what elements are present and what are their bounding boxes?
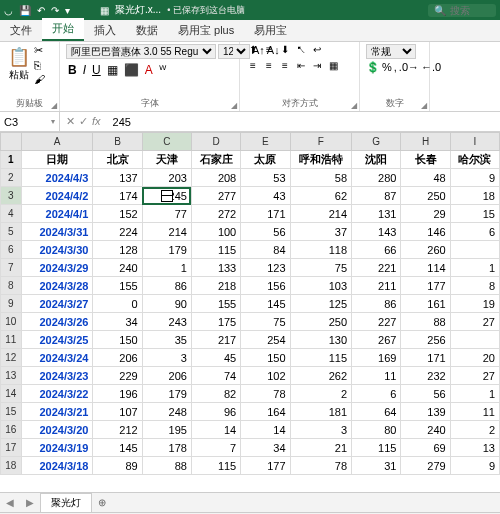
cell[interactable]: 1 [450,259,499,277]
add-sheet-button[interactable]: ⊕ [92,497,112,508]
cell[interactable]: 2 [290,385,352,403]
header-cell[interactable]: 长春 [401,151,450,169]
cell[interactable]: 152 [93,205,142,223]
cell[interactable]: 118 [290,241,352,259]
cell[interactable]: 37 [290,223,352,241]
cell[interactable]: 250 [401,187,450,205]
cell[interactable]: 43 [241,187,290,205]
cell[interactable]: 195 [142,421,191,439]
cell[interactable]: 14 [241,421,290,439]
cell[interactable]: 15 [450,205,499,223]
cell[interactable]: 181 [290,403,352,421]
cell[interactable]: 206 [93,349,142,367]
cell[interactable]: 2024/3/23 [21,367,93,385]
row-header[interactable]: 15 [1,403,22,421]
cell[interactable]: 88 [142,457,191,475]
cell[interactable]: 88 [401,313,450,331]
cancel-icon[interactable]: ✕ [66,115,75,128]
dialog-launcher-icon[interactable]: ◢ [51,101,57,110]
underline-button[interactable]: U [90,63,103,77]
cell[interactable]: 217 [191,331,240,349]
row-header[interactable]: 6 [1,241,22,259]
cell[interactable]: 131 [352,205,401,223]
cell[interactable]: 128 [93,241,142,259]
align-top-icon[interactable]: ⬆ [246,44,260,58]
cell[interactable]: 3 [142,349,191,367]
cell[interactable]: 2024/3/30 [21,241,93,259]
cell[interactable]: 175 [191,313,240,331]
orientation-icon[interactable]: ⭦ [294,44,308,58]
cell[interactable]: 2024/3/24 [21,349,93,367]
cell[interactable]: 82 [191,385,240,403]
cell[interactable]: 29 [401,205,450,223]
sheet-tab[interactable]: 聚光灯 [40,493,92,512]
cell[interactable]: 66 [352,241,401,259]
cell[interactable]: 9 [450,457,499,475]
cell[interactable]: 2024/3/28 [21,277,93,295]
cell[interactable]: 221 [352,259,401,277]
header-cell[interactable]: 日期 [21,151,93,169]
formula-input[interactable] [113,116,494,128]
cell[interactable]: 267 [352,331,401,349]
cell[interactable]: 143 [352,223,401,241]
column-header[interactable]: G [352,133,401,151]
row-header[interactable]: 13 [1,367,22,385]
row-header[interactable]: 9 [1,295,22,313]
row-header[interactable]: 12 [1,349,22,367]
align-left-icon[interactable]: ≡ [246,60,260,74]
dialog-launcher-icon[interactable]: ◢ [231,101,237,110]
cell[interactable]: 34 [93,313,142,331]
cell[interactable]: 2024/3/29 [21,259,93,277]
cell[interactable]: 212 [93,421,142,439]
cell[interactable]: 224 [93,223,142,241]
decrease-decimal-icon[interactable]: ←.0 [421,61,441,74]
column-header[interactable]: I [450,133,499,151]
cell[interactable]: 250 [290,313,352,331]
tab-eyb[interactable]: 易用宝 [244,20,297,41]
font-color-button[interactable]: A [143,63,155,77]
tab-data[interactable]: 数据 [126,20,168,41]
cell[interactable]: 2024/4/1 [21,205,93,223]
cell[interactable]: 240 [401,421,450,439]
cell[interactable] [450,241,499,259]
cell[interactable]: 229 [93,367,142,385]
cell[interactable]: 2024/3/31 [21,223,93,241]
row-header[interactable]: 7 [1,259,22,277]
tab-eyb-plus[interactable]: 易用宝 plus [168,20,244,41]
cell[interactable]: 14 [191,421,240,439]
cell[interactable]: 87 [352,187,401,205]
align-center-icon[interactable]: ≡ [262,60,276,74]
font-name-select[interactable]: 阿里巴巴普惠体 3.0 55 Regu [66,44,216,59]
header-cell[interactable]: 太原 [241,151,290,169]
cell[interactable]: 115 [352,439,401,457]
cell[interactable]: 137 [93,169,142,187]
cell[interactable]: 206 [142,367,191,385]
cell[interactable]: 34 [241,439,290,457]
cell[interactable]: 31 [352,457,401,475]
cell[interactable]: 1 [450,385,499,403]
cell[interactable]: 77 [142,205,191,223]
cell[interactable]: 78 [241,385,290,403]
cell[interactable]: 169 [352,349,401,367]
cell[interactable]: 203 [142,169,191,187]
cell[interactable]: 280 [352,169,401,187]
cell[interactable]: 155 [191,295,240,313]
cell[interactable]: 96 [191,403,240,421]
dialog-launcher-icon[interactable]: ◢ [421,101,427,110]
autosave-icon[interactable]: ◡ [4,5,13,16]
sheet-nav-next-icon[interactable]: ▶ [20,497,40,508]
cell[interactable]: 2024/3/18 [21,457,93,475]
cell[interactable]: 58 [290,169,352,187]
cell[interactable]: 6 [352,385,401,403]
cell[interactable]: 86 [352,295,401,313]
cell[interactable]: 114 [401,259,450,277]
cell[interactable]: 2024/3/26 [21,313,93,331]
cell[interactable]: 3 [290,421,352,439]
qat-dropdown-icon[interactable]: ▾ [65,5,70,16]
cell[interactable]: 107 [93,403,142,421]
worksheet-grid[interactable]: ABCDEFGHI1日期北京天津石家庄太原呼和浩特沈阳长春哈尔滨22024/4/… [0,132,500,492]
enter-icon[interactable]: ✓ [79,115,88,128]
cell[interactable]: 2024/3/21 [21,403,93,421]
cell[interactable]: 27 [450,367,499,385]
cell[interactable]: 115 [290,349,352,367]
